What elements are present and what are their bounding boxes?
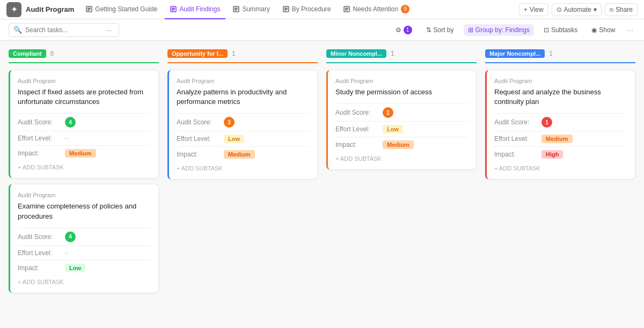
column-count-compliant: 6 [50, 50, 54, 57]
audit-score-value: 2 [383, 107, 393, 118]
card-title: Inspect if fixed assets are protected fr… [18, 87, 151, 107]
column-header-minor-noncompliant: Minor Noncompl...1 [326, 49, 477, 63]
task-card[interactable]: Audit ProgramAnalyze patterns in product… [167, 70, 318, 180]
audit-score-field: Audit Score:2 [335, 103, 469, 118]
card-title: Request and analyze the business continu… [494, 87, 627, 107]
audit-score-label: Audit Score: [18, 233, 61, 241]
toolbar: 🔍 ··· ⚙ 1 ⇅ Sort by ⊞ Group by: Findings… [0, 19, 644, 41]
subtasks-button[interactable]: ⊡ Subtasks [539, 24, 582, 36]
column-compliant: Compliant6Audit ProgramInspect if fixed … [9, 49, 159, 299]
effort-level-label: Effort Level: [177, 135, 219, 143]
eye-icon: ◉ [591, 26, 597, 34]
impact-value: Medium [383, 140, 414, 149]
column-opportunity: Opportunity for I...1Audit ProgramAnalyz… [167, 49, 318, 185]
column-label-major-noncompliant[interactable]: Major Noncompl... [485, 49, 545, 58]
audit-score-value: 4 [65, 232, 76, 242]
column-label-minor-noncompliant[interactable]: Minor Noncompl... [326, 49, 386, 58]
column-label-compliant[interactable]: Compliant [9, 49, 46, 58]
effort-level-field: Effort Level:Low [335, 121, 469, 133]
column-count-minor-noncompliant: 1 [391, 50, 394, 57]
add-subtask-button[interactable]: + ADD SUBTASK [177, 163, 310, 172]
search-options[interactable]: ··· [104, 26, 114, 34]
audit-score-label: Audit Score: [18, 118, 61, 126]
card-parent: Audit Program [335, 78, 469, 84]
toolbar-more[interactable]: ··· [625, 26, 635, 34]
column-header-opportunity: Opportunity for I...1 [167, 49, 318, 63]
impact-field: Impact:Medium [177, 146, 310, 159]
card-title: Analyze patterns in productivity and per… [177, 87, 310, 107]
impact-value: Low [65, 264, 85, 272]
column-major-noncompliant: Major Noncompl...1Audit ProgramRequest a… [485, 49, 635, 185]
add-subtask-button[interactable]: + ADD SUBTASK [335, 153, 469, 162]
search-input[interactable] [25, 26, 100, 34]
show-button[interactable]: ◉ Show [587, 24, 619, 36]
column-count-opportunity: 1 [232, 50, 236, 57]
column-header-compliant: Compliant6 [9, 49, 159, 63]
impact-label: Impact: [177, 151, 219, 158]
app-logo: ✦ [6, 2, 21, 17]
tab-getting-started[interactable]: Getting Started Guide [80, 0, 163, 19]
search-box[interactable]: 🔍 ··· [9, 23, 119, 37]
audit-score-value: 3 [224, 117, 235, 128]
effort-level-value: Low [383, 125, 403, 133]
add-subtask-button[interactable]: + ADD SUBTASK [18, 277, 151, 285]
audit-score-label: Audit Score: [494, 118, 537, 126]
column-header-major-noncompliant: Major Noncompl...1 [485, 49, 635, 63]
sort-icon: ⇅ [426, 26, 431, 34]
tab-needs-attention[interactable]: Needs Attention 9 [338, 0, 415, 19]
header-actions: + View ⊙ Automate ▾ ⎋ Share [519, 3, 638, 16]
column-label-opportunity[interactable]: Opportunity for I... [167, 49, 228, 58]
card-parent: Audit Program [177, 78, 310, 84]
task-card[interactable]: Audit ProgramRequest and analyze the bus… [485, 70, 635, 180]
tab-by-procedure[interactable]: By Procedure [277, 0, 336, 19]
kanban-board: Compliant6Audit ProgramInspect if fixed … [0, 41, 644, 328]
impact-label: Impact: [18, 264, 61, 272]
automate-button[interactable]: ⊙ Automate ▾ [552, 3, 602, 16]
column-count-major-noncompliant: 1 [549, 50, 553, 57]
effort-level-field: Effort Level:– [18, 245, 151, 257]
impact-field: Impact:Low [18, 260, 151, 272]
toolbar-actions: ⚙ 1 ⇅ Sort by ⊞ Group by: Findings ⊡ Sub… [391, 24, 635, 36]
effort-level-label: Effort Level: [18, 135, 61, 142]
share-button[interactable]: ⎋ Share [605, 3, 638, 16]
card-parent: Audit Program [494, 78, 627, 84]
add-subtask-button[interactable]: + ADD SUBTASK [18, 162, 151, 170]
view-button[interactable]: + View [519, 3, 548, 16]
audit-score-label: Audit Score: [177, 118, 219, 126]
search-icon: 🔍 [13, 26, 22, 34]
task-card[interactable]: Audit ProgramStudy the permission of acc… [326, 70, 477, 170]
impact-field: Impact:Medium [18, 145, 151, 158]
task-card[interactable]: Audit ProgramInspect if fixed assets are… [9, 70, 159, 178]
effort-level-field: Effort Level:Low [177, 131, 310, 143]
audit-score-field: Audit Score:1 [494, 113, 627, 128]
effort-level-dash: – [65, 135, 69, 142]
audit-score-label: Audit Score: [335, 109, 378, 116]
header: ✦ Audit Program Getting Started Guide Au… [0, 0, 644, 19]
effort-level-label: Effort Level: [335, 125, 378, 133]
filter-button[interactable]: ⚙ 1 [391, 24, 416, 36]
column-minor-noncompliant: Minor Noncompl...1Audit ProgramStudy the… [326, 49, 477, 175]
card-parent: Audit Program [18, 192, 151, 198]
card-title: Study the permission of access [335, 87, 469, 97]
tab-audit-findings[interactable]: Audit Findings [165, 0, 225, 19]
audit-score-value: 1 [541, 117, 552, 128]
impact-field: Impact:High [494, 146, 627, 159]
app-title: Audit Program [26, 5, 74, 13]
impact-label: Impact: [494, 151, 537, 158]
task-card[interactable]: Audit ProgramExamine completeness of pol… [9, 184, 159, 293]
add-subtask-button[interactable]: + ADD SUBTASK [494, 163, 627, 172]
sort-button[interactable]: ⇅ Sort by [422, 24, 458, 36]
impact-value: Medium [224, 150, 255, 159]
group-button[interactable]: ⊞ Group by: Findings [464, 24, 534, 36]
filter-badge: 1 [404, 26, 412, 34]
filter-icon: ⚙ [396, 26, 401, 34]
audit-score-value: 4 [65, 117, 76, 128]
card-title: Examine completeness of policies and pro… [18, 202, 151, 221]
group-icon: ⊞ [468, 26, 473, 34]
effort-level-dash: – [65, 249, 69, 257]
effort-level-field: Effort Level:Medium [494, 131, 627, 143]
tab-summary[interactable]: Summary [228, 0, 275, 19]
impact-label: Impact: [18, 150, 61, 157]
impact-value: High [541, 150, 563, 159]
audit-score-field: Audit Score:3 [177, 113, 310, 128]
